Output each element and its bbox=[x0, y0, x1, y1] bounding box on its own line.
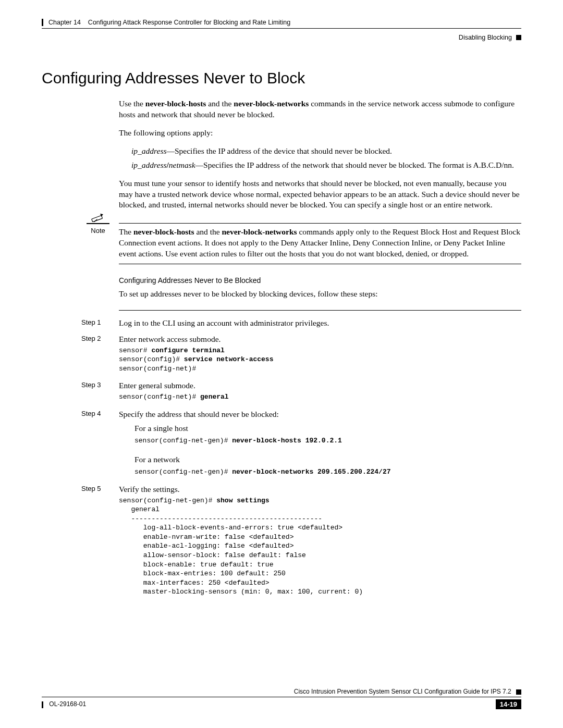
step-4: Step 4 Specify the address that should n… bbox=[119, 409, 521, 477]
page-number: 14-19 bbox=[496, 699, 521, 709]
step-1: Step 1 Log in to the CLI using an accoun… bbox=[119, 318, 521, 329]
option-ip-netmask: ip_address/netmask—Specifies the IP addr… bbox=[131, 160, 521, 171]
step-3: Step 3 Enter general submode. sensor(con… bbox=[119, 380, 521, 401]
breadcrumb-marker-icon bbox=[516, 35, 521, 40]
step-text: Log in to the CLI using an account with … bbox=[119, 318, 521, 329]
option-ip-address: ip_address—Specifies the IP address of t… bbox=[131, 146, 521, 157]
step-label: Step 1 bbox=[81, 318, 113, 327]
chapter-number: Chapter 14 bbox=[48, 19, 81, 26]
step-sub-host-label: For a single host bbox=[134, 423, 521, 434]
step-text: Specify the address that should never be… bbox=[119, 409, 521, 420]
step-text: Enter network access submode. bbox=[119, 334, 521, 345]
svg-marker-1 bbox=[100, 213, 104, 217]
page-header: Chapter 14 Configuring Attack Response C… bbox=[42, 19, 521, 26]
note-block: Note The never-block-hosts and the never… bbox=[119, 223, 521, 264]
footer-doc-id: OL-29168-01 bbox=[49, 700, 86, 708]
step-text: Verify the settings. bbox=[119, 484, 521, 495]
step-code: sensor(config-net)# general bbox=[119, 392, 521, 402]
step-5: Step 5 Verify the settings. sensor(confi… bbox=[119, 484, 521, 597]
step-code: sensor# configure terminal sensor(config… bbox=[119, 346, 521, 374]
step-code: sensor(config-net-gen)# never-block-host… bbox=[134, 436, 521, 446]
footer-marker-icon bbox=[516, 689, 521, 695]
breadcrumb-text: Disabling Blocking bbox=[459, 34, 512, 41]
step-sub-network-label: For a network bbox=[134, 454, 521, 465]
svg-rect-0 bbox=[92, 216, 103, 222]
step-label: Step 5 bbox=[81, 484, 113, 493]
pencil-icon bbox=[90, 212, 106, 222]
step-code: sensor(config-net-gen)# show settings ge… bbox=[119, 496, 521, 597]
note-text: The never-block-hosts and the never-bloc… bbox=[119, 227, 521, 260]
procedure-intro: To set up addresses never to be blocked … bbox=[119, 289, 521, 300]
procedure-heading: Configuring Addresses Never to Be Blocke… bbox=[119, 276, 521, 286]
intro-paragraph-2: The following options apply: bbox=[119, 128, 521, 139]
page-footer: Cisco Intrusion Prevention System Sensor… bbox=[42, 688, 521, 709]
step-text: Enter general submode. bbox=[119, 380, 521, 391]
note-label: Note bbox=[83, 226, 113, 236]
step-label: Step 2 bbox=[81, 334, 113, 343]
page-title: Configuring Addresses Never to Block bbox=[42, 69, 521, 87]
step-2: Step 2 Enter network access submode. sen… bbox=[119, 334, 521, 374]
step-code: sensor(config-net-gen)# never-block-netw… bbox=[134, 467, 521, 477]
intro-paragraph-3: You must tune your sensor to identify ho… bbox=[119, 178, 521, 211]
footer-guide-title: Cisco Intrusion Prevention System Sensor… bbox=[294, 688, 511, 695]
step-label: Step 3 bbox=[81, 380, 113, 390]
step-label: Step 4 bbox=[81, 409, 113, 418]
intro-paragraph-1: Use the never-block-hosts and the never-… bbox=[119, 98, 521, 120]
chapter-title: Configuring Attack Response Controller f… bbox=[88, 19, 290, 26]
section-breadcrumb: Disabling Blocking bbox=[42, 34, 521, 41]
